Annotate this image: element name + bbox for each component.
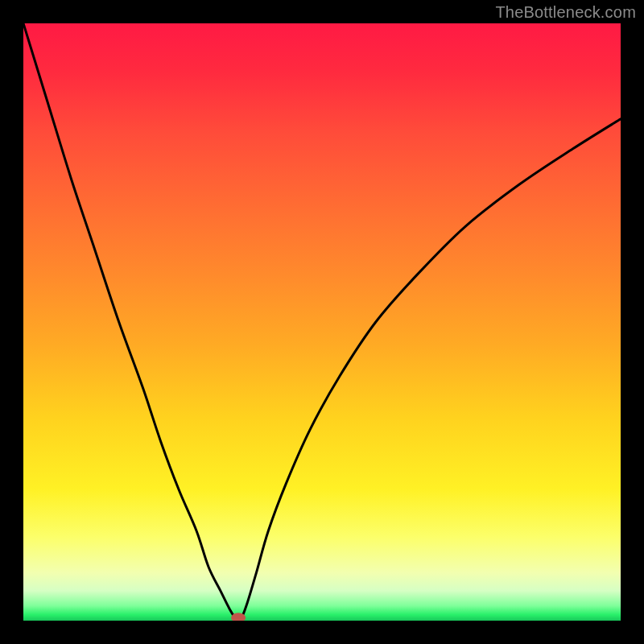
chart-svg: [23, 23, 621, 621]
watermark-text: TheBottleneck.com: [495, 3, 636, 22]
chart-frame: TheBottleneck.com: [0, 0, 644, 644]
plot-area: [23, 23, 621, 621]
bottleneck-curve: [23, 23, 621, 619]
curve-layer: [23, 23, 621, 621]
